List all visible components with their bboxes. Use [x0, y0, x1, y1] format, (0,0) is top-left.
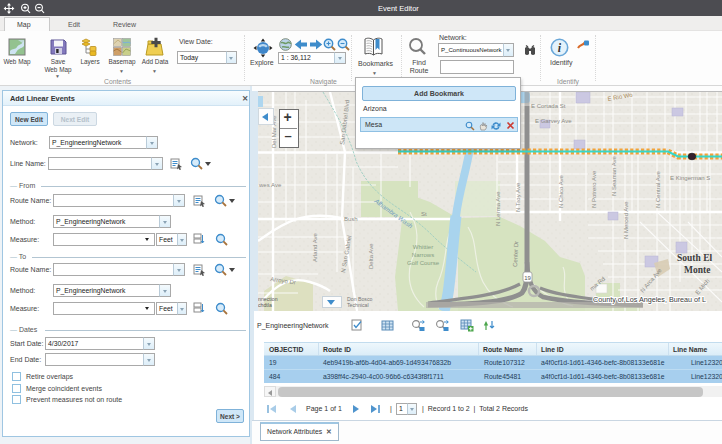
svg-text:Bush: Bush — [344, 216, 358, 222]
svg-text:South El: South El — [677, 253, 712, 263]
svg-text:N Central Ave: N Central Ave — [655, 170, 661, 208]
svg-text:St: St — [421, 211, 427, 217]
svg-text:chdtla: chdtla — [258, 302, 272, 308]
svg-text:Golf Course: Golf Course — [407, 260, 440, 266]
svg-text:E Garvey Ave: E Garvey Ave — [535, 118, 572, 124]
svg-text:Delta Ave: Delta Ave — [368, 243, 374, 269]
svg-text:E Kingerman S: E Kingerman S — [670, 175, 710, 181]
svg-text:Monte: Monte — [684, 265, 710, 275]
svg-text:19: 19 — [524, 275, 531, 281]
svg-text:wes Ave: wes Ave — [258, 182, 282, 188]
svg-text:N Chico Ave: N Chico Ave — [558, 174, 564, 208]
svg-text:N Troy Ave: N Troy Ave — [515, 182, 521, 212]
svg-text:Technical: Technical — [347, 302, 369, 308]
svg-text:Arland Ave: Arland Ave — [312, 232, 318, 262]
svg-text:N Lerma Ave: N Lerma Ave — [495, 191, 501, 226]
svg-text:E Cortada St: E Cortada St — [531, 103, 566, 109]
svg-text:N Merced Ave: N Merced Ave — [623, 201, 629, 239]
svg-text:N Seaman Ave: N Seaman Ave — [611, 155, 617, 196]
svg-text:Narrows: Narrows — [412, 252, 434, 258]
svg-text:Whittier: Whittier — [413, 244, 433, 250]
svg-text:N Potrero Ave: N Potrero Ave — [591, 170, 597, 208]
svg-text:County of Los Angeles, Bureau: County of Los Angeles, Bureau of L — [593, 295, 706, 304]
